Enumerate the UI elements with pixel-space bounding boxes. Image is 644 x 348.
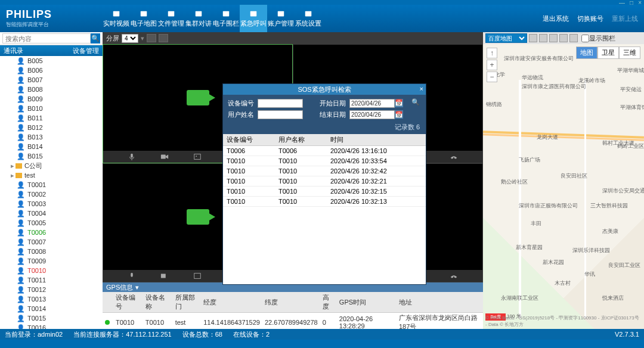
tree-item[interactable]: 👤B005: [0, 56, 103, 66]
nav-user[interactable]: 账户管理: [267, 5, 295, 32]
calendar-icon[interactable]: 📅: [395, 110, 403, 119]
image-icon[interactable]: [193, 153, 202, 161]
tree-item[interactable]: 👤T0015: [0, 313, 103, 323]
exit-link[interactable]: 退出系统: [543, 14, 569, 23]
map-tool-4[interactable]: [559, 34, 568, 42]
tree-item[interactable]: 👤B013: [0, 132, 103, 142]
close-icon[interactable]: ×: [420, 85, 423, 92]
nav-camera[interactable]: 实时视频: [103, 5, 130, 32]
map-tool-1[interactable]: [529, 34, 537, 42]
tree-item[interactable]: ▸test: [0, 170, 103, 180]
tree-item[interactable]: 👤T0016: [0, 323, 103, 329]
map-tool-2[interactable]: [539, 34, 547, 42]
pan-up-button[interactable]: ↑: [487, 48, 497, 58]
col-device[interactable]: 设备编号: [223, 134, 275, 146]
col-device[interactable]: 设备编号: [113, 292, 143, 313]
map-type-3d[interactable]: 三维: [619, 46, 640, 59]
col-time[interactable]: GPS时间: [337, 292, 397, 313]
nav-globe[interactable]: 电子地图: [130, 5, 157, 32]
nav-gear[interactable]: 系统设置: [295, 5, 322, 32]
hangup-icon[interactable]: [449, 153, 459, 161]
nav-group[interactable]: 集群对讲: [185, 5, 212, 32]
map-source-select[interactable]: 百度地图: [485, 33, 527, 43]
map-tool-5[interactable]: [569, 34, 578, 42]
fence-checkbox[interactable]: 显示围栏: [581, 34, 615, 43]
minimize-icon[interactable]: —: [619, 0, 625, 6]
tree-item[interactable]: ▸C公司: [0, 161, 103, 170]
tree-item[interactable]: 👤B010: [0, 104, 103, 113]
table-row[interactable]: T0006T00062020/4/26 13:16:10: [223, 146, 426, 156]
col-user[interactable]: 用户名称: [275, 134, 327, 146]
end-date-input[interactable]: [349, 110, 395, 119]
col-dept[interactable]: 所属部门: [173, 292, 202, 313]
zoom-out-button[interactable]: −: [487, 72, 497, 82]
col-time[interactable]: 时间: [327, 134, 426, 146]
table-row[interactable]: T0010T00102020/4/26 10:32:13: [223, 197, 426, 207]
device-input[interactable]: [258, 99, 303, 108]
tree-item[interactable]: 👤T0008: [0, 247, 103, 256]
tree-item[interactable]: 👤T0009: [0, 256, 103, 266]
tree-item[interactable]: 👤T0001: [0, 180, 103, 189]
table-row[interactable]: T0010T00102020/4/26 10:32:21: [223, 176, 426, 187]
col-alt[interactable]: 高度: [320, 292, 337, 313]
tree-item[interactable]: 👤B006: [0, 66, 103, 75]
fullscreen-button[interactable]: [159, 34, 168, 42]
tree-item[interactable]: 👤T0012: [0, 285, 103, 294]
mic-icon[interactable]: [127, 153, 137, 161]
reconnect-link[interactable]: 重新上线: [612, 14, 638, 23]
filter-icon[interactable]: ▾: [135, 284, 139, 291]
tree-item[interactable]: 👤T0002: [0, 189, 103, 199]
map-type-map[interactable]: 地图: [576, 46, 597, 59]
close-icon[interactable]: ×: [638, 0, 642, 6]
map-canvas[interactable]: 深圳市建安保安服务有限公司中化学华远物流锦绣路龙溪岭市场龙岗大道平安储运深圳市康…: [483, 44, 644, 329]
tree-item[interactable]: 👤B014: [0, 142, 103, 151]
tree-item[interactable]: 👤T0005: [0, 218, 103, 228]
layout-button[interactable]: [147, 34, 156, 42]
search-icon[interactable]: 🔍: [411, 98, 421, 108]
table-row[interactable]: T0010T00102020/4/26 10:32:15: [223, 187, 426, 197]
table-row[interactable]: T0010T00102020/4/26 10:33:54: [223, 156, 426, 166]
map-tool-3[interactable]: [549, 34, 558, 42]
video-icon[interactable]: [160, 272, 169, 280]
col-addr[interactable]: 地址: [397, 292, 483, 313]
nav-phone[interactable]: 紧急呼叫: [240, 5, 267, 32]
video-icon[interactable]: [160, 153, 169, 161]
maximize-icon[interactable]: □: [630, 0, 633, 6]
col-lng[interactable]: 经度: [201, 292, 262, 313]
tree-item[interactable]: 👤T0003: [0, 199, 103, 209]
start-date-input[interactable]: [349, 99, 395, 108]
user-input[interactable]: [258, 110, 303, 119]
tree-item[interactable]: 👤B011: [0, 113, 103, 123]
tree-item[interactable]: 👤T0006: [0, 228, 103, 237]
tree-item[interactable]: 👤T0007: [0, 237, 103, 247]
table-row[interactable]: T0010T00102020/4/26 10:32:42: [223, 166, 426, 176]
tree-item[interactable]: 👤B007: [0, 75, 103, 85]
nav-folder[interactable]: 文件管理: [157, 5, 185, 32]
col-name[interactable]: 设备名称: [143, 292, 173, 313]
tree-item[interactable]: 👤T0010: [0, 266, 103, 275]
tree-item[interactable]: 👤B015: [0, 151, 103, 161]
tree-item[interactable]: 👤B009: [0, 94, 103, 104]
device-tree[interactable]: 👤B005👤B006👤B007👤B008👤B009👤B010👤B011👤B012…: [0, 56, 103, 329]
map-type-sat[interactable]: 卫星: [597, 46, 619, 59]
switch-link[interactable]: 切换账号: [577, 14, 603, 23]
tree-item[interactable]: 👤T0014: [0, 304, 103, 313]
tree-item[interactable]: 👤T0004: [0, 209, 103, 218]
nav-fence[interactable]: 电子围栏: [212, 5, 240, 32]
device-mgmt-link[interactable]: 设备管理: [73, 46, 99, 55]
col-lat[interactable]: 纬度: [262, 292, 320, 313]
tree-item[interactable]: 👤B012: [0, 123, 103, 132]
tree-item[interactable]: 👤T0011: [0, 275, 103, 285]
image-icon[interactable]: [193, 272, 202, 280]
calendar-icon[interactable]: 📅: [395, 99, 403, 107]
table-row[interactable]: T0010T0010test114.14186437152922.6707899…: [103, 313, 483, 330]
tree-item[interactable]: 👤T0013: [0, 294, 103, 304]
zoom-in-button[interactable]: +: [487, 60, 497, 70]
mic-icon[interactable]: [127, 272, 137, 280]
tree-item[interactable]: 👤B008: [0, 85, 103, 94]
search-input[interactable]: [2, 33, 91, 44]
search-button[interactable]: 🔍: [91, 33, 100, 44]
dialog-title[interactable]: SOS紧急呼叫检索 ×: [223, 84, 426, 95]
split-select[interactable]: 4: [122, 34, 138, 43]
hangup-icon[interactable]: [449, 272, 459, 280]
